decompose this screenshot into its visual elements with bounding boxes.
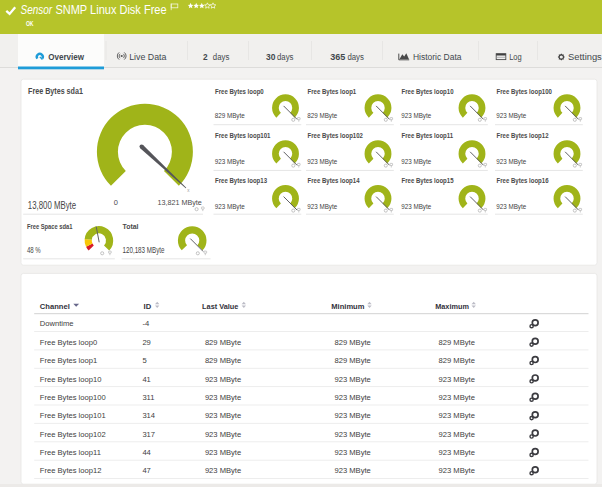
svg-text:Free Bytes loop101: Free Bytes loop101 [40, 411, 106, 420]
svg-text:0: 0 [114, 198, 118, 207]
svg-text:923 MByte: 923 MByte [439, 375, 475, 384]
svg-text:ID: ID [144, 302, 152, 311]
svg-text:days: days [347, 52, 364, 62]
svg-text:Historic Data: Historic Data [413, 52, 462, 62]
svg-text:317: 317 [142, 430, 155, 439]
svg-text:923 MByte: 923 MByte [205, 411, 241, 420]
svg-text:Free Bytes sda1: Free Bytes sda1 [28, 86, 83, 96]
svg-text:2: 2 [203, 52, 208, 62]
svg-text:923 MByte: 923 MByte [205, 466, 241, 475]
svg-text:41: 41 [142, 375, 150, 384]
svg-text:Free Bytes loop102: Free Bytes loop102 [308, 131, 363, 140]
svg-text:Minimum: Minimum [331, 302, 364, 311]
svg-text:923 MByte: 923 MByte [439, 393, 475, 402]
svg-text:Free Bytes loop13: Free Bytes loop13 [215, 176, 267, 185]
svg-text:923 MByte: 923 MByte [401, 111, 431, 120]
svg-text:Free Bytes loop100: Free Bytes loop100 [40, 393, 106, 402]
svg-text:923 MByte: 923 MByte [496, 157, 526, 166]
svg-text:923 MByte: 923 MByte [215, 202, 245, 211]
svg-text:SNMP Linux Disk Free: SNMP Linux Disk Free [55, 3, 166, 17]
svg-text:Overview: Overview [48, 52, 84, 62]
svg-text:44: 44 [142, 448, 150, 457]
svg-text:OK: OK [26, 20, 34, 27]
svg-text:Free Bytes loop12: Free Bytes loop12 [40, 466, 102, 475]
svg-text:314: 314 [142, 411, 155, 420]
svg-text:Free Bytes loop12: Free Bytes loop12 [497, 131, 549, 140]
svg-text:29: 29 [142, 338, 150, 347]
svg-text:Free Bytes loop14: Free Bytes loop14 [308, 176, 361, 185]
svg-text:120,183 MByte: 120,183 MByte [123, 244, 165, 255]
svg-text:Free Bytes loop10: Free Bytes loop10 [40, 375, 102, 384]
svg-text:923 MByte: 923 MByte [335, 393, 371, 402]
svg-text:Free Bytes loop1: Free Bytes loop1 [308, 87, 357, 96]
svg-text:829 MByte: 829 MByte [439, 338, 475, 347]
svg-text:Free Bytes loop15: Free Bytes loop15 [402, 176, 454, 185]
svg-text:365: 365 [330, 52, 345, 62]
svg-text:Free Bytes loop0: Free Bytes loop0 [215, 87, 264, 96]
svg-text:923 MByte: 923 MByte [439, 448, 475, 457]
svg-text:311: 311 [142, 393, 154, 402]
svg-text:923 MByte: 923 MByte [335, 375, 371, 384]
svg-text:Free Bytes loop11: Free Bytes loop11 [402, 131, 454, 140]
svg-text:13,800 MByte: 13,800 MByte [28, 199, 76, 211]
svg-text:923 MByte: 923 MByte [401, 202, 431, 211]
svg-text:923 MByte: 923 MByte [496, 202, 526, 211]
svg-text:829 MByte: 829 MByte [307, 111, 337, 120]
svg-text:30: 30 [266, 52, 276, 62]
svg-text:5: 5 [142, 356, 146, 365]
svg-text:Total: Total [123, 222, 139, 231]
svg-text:923 MByte: 923 MByte [439, 466, 475, 475]
svg-text:Free Bytes loop0: Free Bytes loop0 [40, 338, 97, 347]
svg-text:Log: Log [509, 52, 522, 62]
svg-text:923 MByte: 923 MByte [205, 375, 241, 384]
svg-text:923 MByte: 923 MByte [205, 448, 241, 457]
svg-text:923 MByte: 923 MByte [439, 411, 475, 420]
svg-text:13,821 MByte: 13,821 MByte [157, 198, 201, 207]
svg-text:829 MByte: 829 MByte [215, 111, 245, 120]
svg-text:Maximum: Maximum [435, 302, 469, 311]
svg-text:829 MByte: 829 MByte [439, 356, 475, 365]
svg-text:Free Space sda1: Free Space sda1 [27, 222, 73, 231]
svg-text:Free Bytes loop10: Free Bytes loop10 [402, 87, 454, 96]
svg-text:923 MByte: 923 MByte [205, 430, 241, 439]
svg-text:47: 47 [142, 466, 150, 475]
svg-text:-4: -4 [142, 319, 149, 328]
svg-text:923 MByte: 923 MByte [205, 393, 241, 402]
svg-text:829 MByte: 829 MByte [335, 356, 371, 365]
svg-text:829 MByte: 829 MByte [205, 356, 241, 365]
svg-text:Downtime: Downtime [40, 319, 74, 328]
svg-text:Settings: Settings [568, 52, 602, 62]
svg-text:923 MByte: 923 MByte [335, 466, 371, 475]
svg-text:Free Bytes loop100: Free Bytes loop100 [497, 87, 552, 96]
svg-text:Free Bytes loop101: Free Bytes loop101 [215, 131, 270, 140]
svg-text:Sensor: Sensor [21, 3, 53, 17]
svg-text:Last Value: Last Value [202, 302, 238, 311]
svg-text:923 MByte: 923 MByte [307, 202, 337, 211]
svg-text:923 MByte: 923 MByte [215, 157, 245, 166]
svg-text:923 MByte: 923 MByte [335, 430, 371, 439]
svg-text:Live Data: Live Data [129, 52, 167, 62]
svg-text:923 MByte: 923 MByte [401, 157, 431, 166]
svg-text:Free Bytes loop16: Free Bytes loop16 [497, 176, 549, 185]
svg-text:days: days [213, 52, 230, 62]
svg-text:829 MByte: 829 MByte [205, 338, 241, 347]
svg-text:days: days [277, 52, 294, 62]
svg-text:Free Bytes loop1: Free Bytes loop1 [40, 356, 97, 365]
svg-text:Free Bytes loop102: Free Bytes loop102 [40, 430, 106, 439]
svg-text:923 MByte: 923 MByte [307, 157, 337, 166]
svg-text:923 MByte: 923 MByte [335, 411, 371, 420]
svg-text:829 MByte: 829 MByte [335, 338, 371, 347]
svg-text:923 MByte: 923 MByte [439, 430, 475, 439]
svg-text:Channel: Channel [40, 302, 70, 311]
svg-text:923 MByte: 923 MByte [496, 111, 526, 120]
svg-text:Free Bytes loop11: Free Bytes loop11 [40, 448, 101, 457]
svg-text:48 %: 48 % [27, 244, 41, 255]
svg-text:923 MByte: 923 MByte [335, 448, 371, 457]
